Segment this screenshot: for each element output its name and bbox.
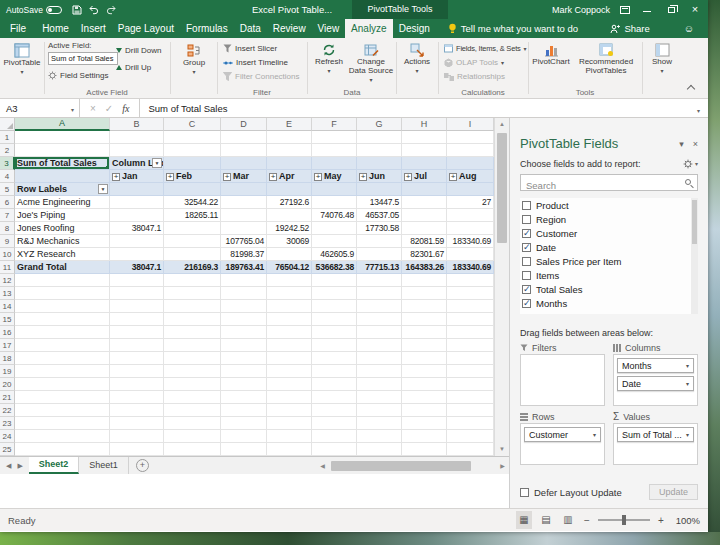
cell-C1[interactable]: [164, 131, 221, 144]
user-name[interactable]: Mark Coppock: [552, 5, 610, 15]
tab-analyze[interactable]: Analyze: [345, 19, 393, 38]
horizontal-scrollbar-thumb[interactable]: [331, 461, 471, 471]
column-header-H[interactable]: H: [402, 118, 447, 131]
autosave-switch-icon[interactable]: [46, 6, 62, 14]
cell-C2[interactable]: [164, 144, 221, 157]
cell-I16[interactable]: [447, 326, 494, 339]
scroll-right-icon[interactable]: ▶: [496, 458, 509, 474]
cell-C14[interactable]: [164, 300, 221, 313]
row-header-15[interactable]: 15: [0, 313, 15, 326]
cell-D19[interactable]: [221, 365, 267, 378]
cell-H6[interactable]: [402, 196, 447, 209]
expand-collapse-button[interactable]: +: [449, 173, 457, 181]
row-header-19[interactable]: 19: [0, 365, 15, 378]
cell-B1[interactable]: [110, 131, 164, 144]
cell-H16[interactable]: [402, 326, 447, 339]
filters-area-box[interactable]: [520, 354, 605, 406]
cell-A9[interactable]: R&J Mechanics: [15, 235, 110, 248]
cell-B18[interactable]: [110, 352, 164, 365]
zoom-level[interactable]: 100%: [672, 515, 700, 526]
column-header-B[interactable]: B: [110, 118, 164, 131]
cell-C23[interactable]: [164, 417, 221, 430]
cell-I24[interactable]: [447, 430, 494, 443]
cell-I5[interactable]: [447, 183, 494, 196]
cell-E25[interactable]: [267, 443, 312, 456]
cell-E11[interactable]: 76504.12: [267, 261, 312, 274]
name-box[interactable]: A3 ▾: [0, 99, 80, 118]
prev-sheet-icon[interactable]: ◀: [6, 462, 11, 470]
cell-A8[interactable]: Jones Roofing: [15, 222, 110, 235]
cell-D3[interactable]: [221, 157, 267, 170]
cell-I4[interactable]: +Aug: [447, 170, 494, 183]
cell-G4[interactable]: +Jun: [357, 170, 402, 183]
recommended-pivottables-button[interactable]: Recommended PivotTables: [574, 40, 638, 95]
cell-I11[interactable]: 183340.69: [447, 261, 494, 274]
pivotchart-button[interactable]: PivotChart: [530, 40, 572, 95]
pane-options-chevron-icon[interactable]: ▾: [679, 139, 684, 149]
row-header-14[interactable]: 14: [0, 300, 15, 313]
cell-H12[interactable]: [402, 274, 447, 287]
cell-F9[interactable]: [312, 235, 357, 248]
cell-C13[interactable]: [164, 287, 221, 300]
cell-C21[interactable]: [164, 391, 221, 404]
cell-D12[interactable]: [221, 274, 267, 287]
fields-list-scrollbar-thumb[interactable]: [692, 200, 697, 244]
cell-B12[interactable]: [110, 274, 164, 287]
field-item-items[interactable]: Items: [520, 268, 698, 282]
cell-B7[interactable]: [110, 209, 164, 222]
column-header-G[interactable]: G: [357, 118, 402, 131]
cell-B5[interactable]: [110, 183, 164, 196]
close-pane-icon[interactable]: ×: [693, 139, 698, 149]
tab-file[interactable]: File: [0, 19, 36, 38]
field-item-months[interactable]: Months: [520, 296, 698, 310]
expand-collapse-button[interactable]: +: [269, 173, 277, 181]
update-button[interactable]: Update: [649, 484, 698, 500]
cell-I10[interactable]: [447, 248, 494, 261]
cell-G12[interactable]: [357, 274, 402, 287]
vertical-scrollbar[interactable]: ▲ ▼: [494, 118, 509, 456]
row-header-21[interactable]: 21: [0, 391, 15, 404]
cell-E3[interactable]: [267, 157, 312, 170]
row-header-18[interactable]: 18: [0, 352, 15, 365]
feedback-smiley-icon[interactable]: ☺: [684, 23, 694, 34]
cell-F12[interactable]: [312, 274, 357, 287]
rows-area-box[interactable]: Customer▾: [520, 423, 605, 465]
next-sheet-icon[interactable]: ▶: [17, 462, 22, 470]
cell-I3[interactable]: [447, 157, 494, 170]
cell-F23[interactable]: [312, 417, 357, 430]
cell-B9[interactable]: [110, 235, 164, 248]
row-header-23[interactable]: 23: [0, 417, 15, 430]
cell-H15[interactable]: [402, 313, 447, 326]
tab-insert[interactable]: Insert: [75, 19, 112, 38]
cell-H7[interactable]: [402, 209, 447, 222]
cell-I9[interactable]: 183340.69: [447, 235, 494, 248]
cell-G14[interactable]: [357, 300, 402, 313]
cell-E6[interactable]: 27192.6: [267, 196, 312, 209]
row-header-3[interactable]: 3: [0, 157, 15, 170]
insert-slicer-button[interactable]: Insert Slicer: [223, 42, 277, 55]
cell-B11[interactable]: 38047.1: [110, 261, 164, 274]
cell-E18[interactable]: [267, 352, 312, 365]
cell-C16[interactable]: [164, 326, 221, 339]
relationships-button[interactable]: Relationships: [444, 70, 505, 83]
cell-B21[interactable]: [110, 391, 164, 404]
cell-I1[interactable]: [447, 131, 494, 144]
cell-H3[interactable]: [402, 157, 447, 170]
cell-D2[interactable]: [221, 144, 267, 157]
cell-B14[interactable]: [110, 300, 164, 313]
row-header-8[interactable]: 8: [0, 222, 15, 235]
drill-up-button[interactable]: Drill Up: [116, 61, 161, 74]
cell-C6[interactable]: 32544.22: [164, 196, 221, 209]
cell-D15[interactable]: [221, 313, 267, 326]
cell-E9[interactable]: 30069: [267, 235, 312, 248]
cell-F22[interactable]: [312, 404, 357, 417]
new-sheet-button[interactable]: +: [136, 459, 149, 472]
restore-button[interactable]: [664, 0, 678, 19]
cell-B22[interactable]: [110, 404, 164, 417]
change-data-source-button[interactable]: Change Data Source ▾: [348, 40, 394, 95]
cell-G5[interactable]: [357, 183, 402, 196]
cell-D16[interactable]: [221, 326, 267, 339]
ribbon-display-options-icon[interactable]: [620, 6, 630, 14]
cell-A2[interactable]: [15, 144, 110, 157]
cell-E19[interactable]: [267, 365, 312, 378]
